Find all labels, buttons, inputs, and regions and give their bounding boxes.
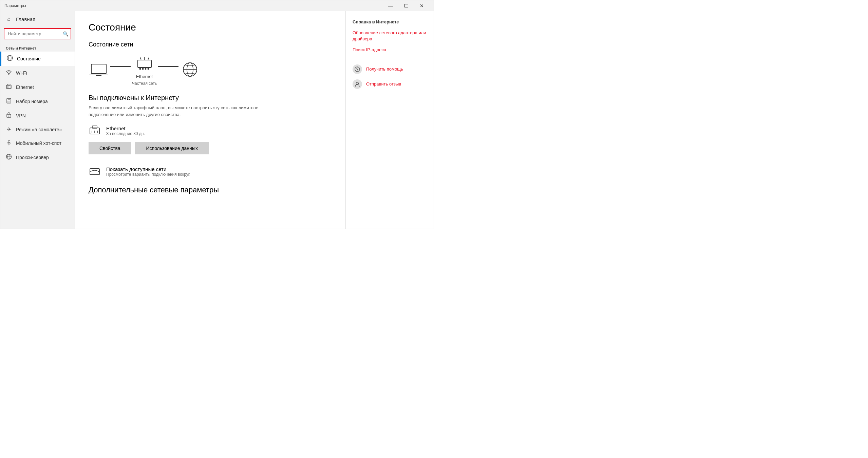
ethernet-card-icon <box>89 125 101 137</box>
search-input[interactable] <box>4 28 71 39</box>
feedback-icon <box>353 79 362 89</box>
help-icon <box>353 64 362 74</box>
additional-title: Дополнительные сетевые параметры <box>89 186 332 194</box>
svg-line-29 <box>148 57 149 60</box>
main-content: Состояние Состояние сети <box>75 11 345 229</box>
globe-icon-container <box>180 62 200 79</box>
net-line-2 <box>158 66 178 67</box>
ethernet-icon <box>6 83 12 91</box>
svg-rect-13 <box>10 101 10 101</box>
home-icon: ⌂ <box>6 16 12 22</box>
feedback-label: Отправить отзыв <box>366 81 401 87</box>
wifi-label: Wi-Fi <box>16 70 27 76</box>
right-action-feedback[interactable]: Отправить отзыв <box>353 79 427 89</box>
close-button[interactable]: ✕ <box>414 0 430 11</box>
svg-point-33 <box>145 68 146 70</box>
svg-rect-16 <box>10 102 10 102</box>
status-icon <box>7 55 13 62</box>
sidebar-item-home[interactable]: ⌂ Главная <box>0 11 75 27</box>
ethernet-card: Ethernet За последние 30 дн. <box>89 125 332 137</box>
status-label: Состояние <box>17 56 41 61</box>
sidebar-item-airplane[interactable]: ✈ Режим «в самолете» <box>0 123 75 136</box>
window-content: ⌂ Главная 🔍 Сеть и Интернет С <box>0 11 434 229</box>
connected-title: Вы подключены к Интернету <box>89 94 332 102</box>
search-icon: 🔍 <box>63 31 69 37</box>
svg-point-31 <box>139 68 141 70</box>
svg-line-27 <box>140 57 141 60</box>
titlebar: Параметры — ⧠ ✕ <box>0 0 434 11</box>
svg-rect-15 <box>8 102 9 102</box>
svg-rect-12 <box>8 101 9 101</box>
svg-point-3 <box>8 74 9 75</box>
search-container: 🔍 <box>4 28 71 39</box>
sidebar-item-ethernet[interactable]: Ethernet <box>0 80 75 94</box>
router-svg <box>136 55 153 72</box>
sidebar-section-title: Сеть и Интернет <box>0 43 75 52</box>
right-divider <box>353 59 427 59</box>
window-controls: — ⧠ ✕ <box>383 0 430 11</box>
ethernet-name: Ethernet <box>106 126 145 131</box>
right-action-help[interactable]: Получить помощь <box>353 64 427 74</box>
data-usage-button[interactable]: Использование данных <box>135 142 208 154</box>
sidebar-item-hotspot[interactable]: Мобильный хот-спот <box>0 136 75 150</box>
vpn-icon <box>6 112 12 119</box>
right-panel: Справка в Интернете Обновление сетевого … <box>345 11 434 229</box>
vpn-label: VPN <box>16 113 26 118</box>
svg-rect-11 <box>7 101 8 101</box>
connected-desc: Если у вас лимитный тарифный план, вы мо… <box>89 104 265 118</box>
sidebar-item-vpn[interactable]: VPN <box>0 109 75 123</box>
hotspot-icon <box>6 139 12 147</box>
laptop-svg <box>89 62 109 79</box>
sidebar: ⌂ Главная 🔍 Сеть и Интернет С <box>0 11 75 229</box>
private-network-label: Частная сеть <box>132 81 157 86</box>
maximize-button[interactable]: ⧠ <box>398 0 414 11</box>
airplane-label: Режим «в самолете» <box>16 127 62 132</box>
hotspot-label: Мобильный хот-спот <box>16 140 61 146</box>
ethernet-info: Ethernet За последние 30 дн. <box>106 126 145 136</box>
svg-point-45 <box>357 71 358 71</box>
svg-rect-43 <box>90 169 99 175</box>
right-link-0[interactable]: Обновление сетевого адаптера или драйвер… <box>353 30 427 42</box>
sidebar-item-wifi[interactable]: Wi-Fi <box>0 66 75 80</box>
svg-point-32 <box>142 68 144 70</box>
right-panel-title: Справка в Интернете <box>353 19 427 24</box>
properties-button[interactable]: Свойства <box>89 142 131 154</box>
page-title: Состояние <box>89 22 332 33</box>
minimize-button[interactable]: — <box>383 0 398 11</box>
available-networks-icon <box>89 165 101 177</box>
ethernet-diagram-label: Ethernet <box>136 74 153 79</box>
sidebar-item-status[interactable]: Состояние <box>0 52 75 66</box>
net-line-1 <box>110 66 131 67</box>
svg-rect-25 <box>96 75 101 76</box>
globe-svg <box>180 62 200 79</box>
router-icon-container: Ethernet Частная сеть <box>132 55 157 86</box>
help-label: Получить помощь <box>366 66 403 72</box>
network-status-title: Состояние сети <box>89 41 332 48</box>
svg-point-34 <box>147 68 149 70</box>
window-title: Параметры <box>4 3 383 8</box>
sidebar-item-dialup[interactable]: Набор номера <box>0 94 75 109</box>
available-networks[interactable]: Показать доступные сети Просмотрите вари… <box>89 165 332 177</box>
avail-sub: Просмотрите варианты подключения вокруг. <box>106 172 190 177</box>
dialup-label: Набор номера <box>16 99 48 104</box>
proxy-label: Прокси-сервер <box>16 155 49 160</box>
avail-title: Показать доступные сети <box>106 166 190 172</box>
svg-point-19 <box>8 145 9 145</box>
svg-rect-23 <box>91 64 106 74</box>
available-networks-text: Показать доступные сети Просмотрите вари… <box>106 166 190 177</box>
home-label: Главная <box>16 16 35 22</box>
ethernet-label: Ethernet <box>16 84 34 90</box>
dialup-icon <box>6 98 12 105</box>
ethernet-sub: За последние 30 дн. <box>106 131 145 136</box>
airplane-icon: ✈ <box>6 126 12 133</box>
sidebar-item-proxy[interactable]: Прокси-сервер <box>0 150 75 165</box>
wifi-icon <box>6 69 12 77</box>
action-buttons: Свойства Использование данных <box>89 142 332 154</box>
settings-window: Параметры — ⧠ ✕ ⌂ Главная 🔍 Сеть и Интер… <box>0 0 434 229</box>
svg-rect-26 <box>138 60 151 68</box>
laptop-icon-container <box>89 62 109 79</box>
svg-point-18 <box>8 116 10 117</box>
network-diagram: Ethernet Частная сеть <box>89 55 332 86</box>
right-link-1[interactable]: Поиск IP-адреса <box>353 47 427 53</box>
svg-rect-14 <box>7 102 8 102</box>
